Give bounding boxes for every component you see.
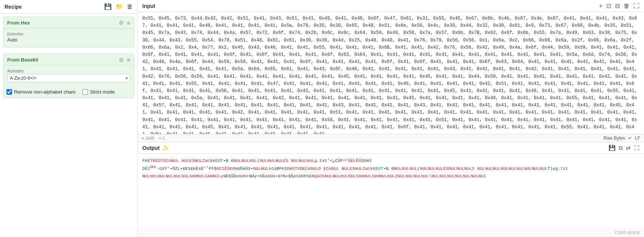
remove-nonalpha-checkbox[interactable] — [6, 89, 12, 95]
input-title: Input — [142, 3, 155, 9]
from-base64-title: From Base64 — [7, 57, 38, 63]
output-nul1 — [179, 158, 182, 163]
output-dez: DÉZ — [142, 166, 150, 171]
output-title: Output — [142, 145, 160, 151]
output-soh4: SOH — [296, 174, 304, 179]
output-b2: •B 6 — [384, 166, 394, 171]
output-keot2: KEOT — [373, 166, 384, 171]
from-hex-disable-icon[interactable]: ⊘ — [119, 19, 124, 26]
output-paren1: ( — [257, 158, 260, 163]
input-content[interactable]: 0x55, 0x45, 0x73, 0x44,0x42, 0x42, 0x51,… — [138, 12, 644, 134]
input-footer-left: ≡ 1605 ≡ 1 — [142, 136, 165, 140]
output-gtxt: .txt'<¿CÛF^² — [317, 158, 348, 163]
alphabet-label: Alphabet — [7, 69, 130, 73]
right-panel: Input + ⊡ ⊟ 🗑 ⛶ 0x55, 0x45, 0x73, 0x44,0… — [138, 0, 644, 237]
crop-input-icon[interactable]: ⊡ — [606, 2, 611, 9]
from-hex-title: From Hex — [7, 20, 30, 26]
from-base64-block: From Base64 ⊘ ≡ Alphabet A-Za-z0-9+/= UR… — [3, 54, 134, 98]
output-etreot: ETREOTDCANUL — [148, 158, 179, 163]
output-soh3b: SOH — [267, 174, 275, 179]
output-title-row: Output ✨ — [142, 145, 168, 151]
output-pk: PK — [142, 158, 148, 163]
input-section: Input + ⊡ ⊟ 🗑 ⛶ 0x55, 0x45, 0x73, 0x44,0… — [138, 0, 644, 142]
output-nulnul1: NULNULNUL — [234, 158, 257, 163]
output-content: PKETREOTDCANUL NULESNULZackKEOT•B 6NULNU… — [138, 154, 644, 228]
output-soci: $OCIÊ§EOH — [214, 166, 237, 171]
char-count: ≡ 1605 — [142, 136, 154, 140]
output-minus: -ûXŸ'•ÕZL•¢E3¢kÈsÉ'ʼFF — [157, 166, 214, 171]
copy-output-icon[interactable]: ⧉ — [619, 145, 623, 151]
clear-input-icon[interactable]: 🗑 — [624, 3, 630, 9]
lf-label[interactable]: LF — [635, 135, 640, 141]
left-panel: Recipe 💾 📁 🗑 From Hex ⊘ ≡ Delimiter Auto… — [0, 0, 138, 237]
from-hex-header: From Hex ⊘ ≡ — [3, 17, 134, 29]
alphabet-select[interactable]: A-Za-z0-9+/= URL-safe (A-Za-z0-9-_=) Fil… — [7, 74, 130, 82]
add-input-icon[interactable]: + — [599, 3, 602, 9]
output-keot: KEOT — [213, 158, 223, 163]
recipe-header-icons: 💾 📁 🗑 — [104, 3, 133, 10]
from-base64-disable-icon[interactable]: ⊘ — [119, 56, 124, 63]
from-base64-header-icons: ⊘ ≡ — [119, 56, 130, 63]
strict-mode-checkbox[interactable] — [82, 89, 88, 95]
output-nulnul6: NULNULNULNULNULNULSOHNULCANNULy — [142, 174, 223, 179]
input-footer: ≡ 1605 ≡ 1 Raw Bytes ↵ LF — [138, 134, 644, 142]
load-recipe-icon[interactable]: 📁 — [116, 3, 123, 10]
output-line-2: DÉZNUL-ûXŸ'•ÕZL•¢E3¢kÈsÉ'ʼFF$OCIÊ§EOHUÕe… — [142, 164, 639, 172]
output-kcyo: cÿØ — [271, 166, 279, 171]
save-output-icon[interactable]: 💾 — [609, 145, 616, 151]
output-nulzack2: NULZack — [355, 166, 373, 171]
output-soh2: SOH — [239, 174, 247, 179]
output-sohstx: SOHSTXDECANULD ECANUL — [284, 166, 339, 171]
fullscreen-input-icon[interactable]: ⛶ — [633, 3, 639, 9]
watermark-text: CSDN @未初 — [615, 230, 640, 235]
save-recipe-icon[interactable]: 💾 — [104, 3, 112, 10]
lf-icon: ↵ — [628, 135, 632, 141]
from-base64-body: Alphabet A-Za-z0-9+/= URL-safe (A-Za-z0-… — [3, 66, 134, 85]
from-base64-header: From Base64 ⊘ ≡ — [3, 54, 134, 66]
watermark: CSDN @未初 — [138, 228, 644, 237]
output-nuleq: NUL — [150, 166, 157, 171]
checkbox-row: Remove non-alphabet chars Strict mode — [3, 85, 134, 98]
fullscreen-output-icon[interactable]: ⛶ — [634, 145, 639, 151]
from-base64-drag-icon[interactable]: ≡ — [127, 57, 130, 63]
output-enqack: ENQACKNULNULNULNULSOHNULSOHNULNULZNULNUL… — [309, 174, 486, 179]
strict-mode-item[interactable]: Strict mode — [82, 89, 115, 95]
output-header-icons: 💾 ⧉ ⇄ ⛶ — [609, 145, 639, 151]
from-hex-block: From Hex ⊘ ≡ Delimiter Auto — [3, 17, 134, 48]
swap-output-icon[interactable]: ⇄ — [626, 145, 631, 151]
output-nulnul5: NULNULNULESNULNULNULS NULNULNULNULNULNUL… — [420, 166, 547, 171]
line-count: ≡ 1 — [159, 136, 165, 140]
clear-recipe-icon[interactable]: 🗑 — [127, 3, 133, 10]
output-flagtxt: flag.txt — [547, 166, 568, 171]
output-section: Output ✨ 💾 ⧉ ⇄ ⛶ PKETREOTDCANUL NULESNUL… — [138, 142, 644, 237]
strict-mode-label: Strict mode — [90, 89, 115, 95]
output-9ess: 9È§ŠÔo — [223, 174, 239, 179]
split-input-icon[interactable]: ⊟ — [615, 2, 620, 9]
alphabet-select-wrapper: A-Za-z0-9+/= URL-safe (A-Za-z0-9-_=) Fil… — [7, 74, 130, 82]
from-hex-header-icons: ⊘ ≡ — [119, 19, 130, 26]
from-hex-drag-icon[interactable]: ≡ — [127, 20, 130, 26]
output-uoeu3: UÕeÜ3• — [237, 166, 253, 171]
from-hex-body: Delimiter Auto — [3, 29, 134, 47]
output-nules2: NULES — [342, 166, 355, 171]
output-nulnul3: NULNULk — [253, 166, 271, 171]
output-nulnul4: NULNULNUL — [394, 166, 417, 171]
output-line-1: PKETREOTDCANUL NULESNULZackKEOT•B 6NULNU… — [142, 157, 639, 165]
input-header-icons: + ⊡ ⊟ 🗑 ⛶ — [599, 2, 639, 9]
output-soh3: SOH3 — [361, 158, 372, 163]
output-nulzack: NULZack — [194, 158, 213, 163]
output-header: Output ✨ 💾 ⧉ ⇄ ⛶ — [138, 142, 644, 154]
output-syn: •SYN•$Šo — [275, 174, 296, 179]
delimiter-label: Delimiter — [7, 32, 130, 36]
raw-bytes-label[interactable]: Raw Bytes — [604, 135, 625, 141]
output-nules: NULES — [182, 158, 195, 163]
wand-icon[interactable]: ✨ — [162, 145, 168, 151]
output-sel: §ELÊÂ — [348, 158, 361, 163]
recipe-header: Recipe 💾 📁 🗑 — [0, 0, 137, 14]
output-bullet1: •B 6 — [223, 158, 234, 163]
remove-nonalpha-item[interactable]: Remove non-alphabet chars — [6, 89, 75, 95]
input-header: Input + ⊡ ⊟ 🗑 ⛶ — [138, 0, 644, 12]
output-nay: •NÃý•%Šo — [247, 174, 267, 179]
recipe-title: Recipe — [5, 4, 22, 10]
output-pk2: PK — [279, 166, 284, 171]
